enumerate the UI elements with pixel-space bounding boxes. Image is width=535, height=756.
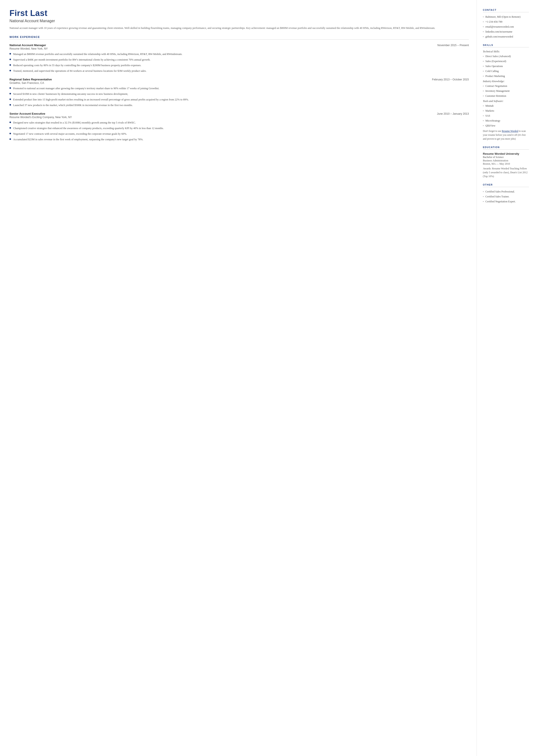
other-item: •Certified Negotiation Expert. [483,200,529,204]
contact-text: +1-234-456-789 [486,20,502,24]
bullet-icon: • [483,200,484,204]
skills-heading: SKILLS [483,44,529,47]
header-section: First Last National Account Manager Nati… [10,9,469,30]
bullet-icon [10,133,11,134]
bullet-icon: • [483,119,484,123]
skill-item: •Product Marketing [483,74,529,78]
skill-text: Contract Negotiation [486,84,507,88]
tools-skills-list: •Minitab•Marketo•SAS•MicroStrategy•QlikV… [483,104,529,127]
other-text: Certified Sales Trainer. [486,195,509,199]
bullet-icon: • [483,190,484,193]
industry-skills-list: •Contract Negotiation•Inventory Manageme… [483,84,529,98]
bullet-text: Designed new sales strategies that resul… [13,121,136,125]
bullet-icon: • [483,55,484,58]
list-item: Managed an $800M revenue portfolio and s… [10,52,469,56]
job-dates: June 2010 – January 2013 [437,112,469,115]
contact-heading: CONTACT [483,9,529,12]
bullet-icon: • [483,195,484,199]
job-company: Growthsi, San Francisco, CA [10,81,469,84]
sidebar-column: CONTACT •Baltimore, MD (Open to Remote)•… [477,0,535,756]
candidate-name: First Last [10,9,469,18]
bullet-text: Supervised a $40K per month investment p… [13,58,151,62]
skill-item: •Sales Operations [483,64,529,68]
education-section: EDUCATION Resume Worded University Bache… [483,146,529,178]
bullet-text: Negotiated 17 new contracts with several… [13,132,127,136]
contact-text: github.com/resumeworded [486,35,513,39]
skill-text: SAS [486,114,490,118]
list-item: Extended product line into 15 high-profi… [10,98,469,102]
list-item: Championed creative strategies that enha… [10,126,469,130]
bullet-icon [10,70,11,71]
list-item: Secured $10M in new clients' businesses … [10,92,469,96]
candidate-summary: National account manager with 10 years o… [10,26,469,30]
skill-text: Marketo [486,109,494,113]
bullet-icon: • [483,15,484,19]
job-dates: February 2013 – October 2015 [432,78,469,81]
skill-item: •Inventory Management [483,89,529,93]
skill-text: Direct Sales (Advanced) [486,54,511,58]
skill-text: Product Marketing [486,74,505,78]
skill-item: •Marketo [483,109,529,113]
bullet-text: Accumulated $23M in sales revenue in the… [13,137,143,142]
education-heading: EDUCATION [483,146,529,150]
job-header: National Account ManagerNovember 2015 – … [10,43,469,47]
list-item: Launched 37 new products to the market, … [10,103,469,107]
resume-worded-link[interactable]: Resume Worded [502,130,518,132]
edu-awards: Awards: Resume Worded Teaching Fellow (o… [483,167,529,178]
bullet-icon [10,98,11,100]
promo-text: Don't forget to use Resume Worded to sca… [483,129,529,141]
bullet-icon: • [483,70,484,73]
list-item: Supervised a $40K per month investment p… [10,58,469,62]
bullet-icon [10,138,11,140]
skill-text: Minitab [486,104,493,108]
bullet-icon [10,87,11,89]
other-text: Certified Negotiation Expert. [486,200,516,204]
bullet-icon [10,122,11,123]
job-header: Regional Sales RepresentativeFebruary 20… [10,78,469,81]
skill-item: •Contract Negotiation [483,84,529,88]
technical-label: Technical Skills: [483,50,529,53]
job-company: Resume Worded, New York, NY [10,47,469,50]
other-text: Certified Sales Professional. [486,190,515,193]
list-item: Promoted to national account manager aft… [10,86,469,91]
skill-text: MicroStrategy [486,119,500,123]
skill-item: •Cold Calling [483,69,529,73]
skill-item: •SAS [483,114,529,118]
list-item: Accumulated $23M in sales revenue in the… [10,137,469,142]
bullet-icon: • [483,65,484,68]
job-bullets: Designed new sales strategies that resul… [10,121,469,142]
bullet-icon: • [483,89,484,93]
bullet-icon [10,104,11,106]
job-title: Regional Sales Representative [10,78,52,81]
bullet-icon: • [483,104,484,108]
edu-school: Resume Worded University [483,152,529,155]
contact-item: •+1-234-456-789 [483,20,529,24]
skill-item: •Sales (Experienced) [483,59,529,63]
contact-text: email@resumeworded.com [486,25,514,29]
list-item: Negotiated 17 new contracts with several… [10,132,469,136]
skill-item: •Minitab [483,104,529,108]
other-item: •Certified Sales Trainer. [483,195,529,199]
bullet-icon: • [483,94,484,98]
bullet-text: Reduced operating costs by 80% in 55 day… [13,63,141,68]
bullet-icon: • [483,74,484,78]
contact-item: •github.com/resumeworded [483,35,529,39]
bullet-text: Championed creative strategies that enha… [13,126,164,130]
contact-item: •linkedin.com/in/username [483,30,529,34]
bullet-text: Managed an $800M revenue portfolio and s… [13,52,182,56]
bullet-icon: • [483,114,484,118]
edu-location: Boston, MA — May 2010 [483,162,529,165]
bullet-text: Secured $10M in new clients' businesses … [13,92,128,96]
skills-section: SKILLS Technical Skills: •Direct Sales (… [483,44,529,141]
skill-text: QlikView [486,124,495,127]
bullet-icon: • [483,109,484,113]
contact-item: •Baltimore, MD (Open to Remote) [483,15,529,19]
skill-text: Sales Operations [486,64,503,68]
contact-text: linkedin.com/in/username [486,30,512,34]
bullet-icon [10,93,11,95]
bullet-text: Extended product line into 15 high-profi… [13,98,189,102]
skill-text: Customer Retention [486,94,506,98]
bullet-text: Launched 37 new products to the market, … [13,103,133,107]
bullet-icon [10,127,11,129]
job-title: National Account Manager [10,43,46,47]
